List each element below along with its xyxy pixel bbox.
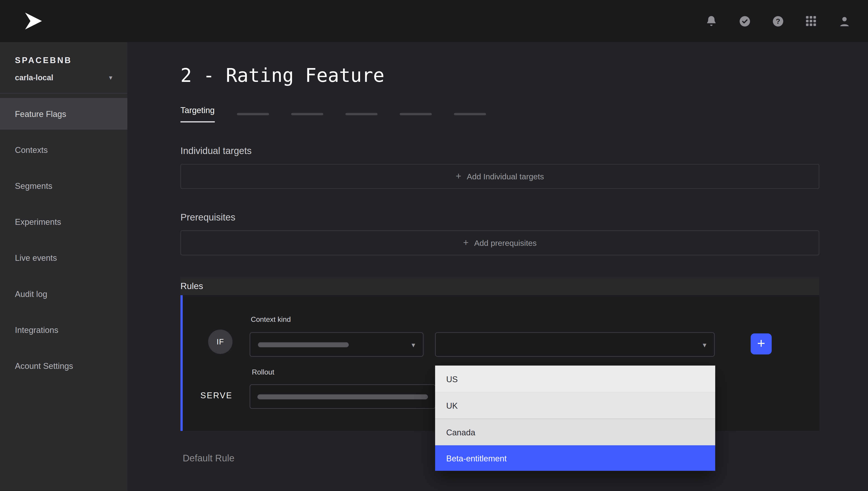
context-kind-select[interactable]: ▾ [250, 332, 423, 357]
rollout-select[interactable] [250, 384, 436, 409]
sidebar-item-contexts[interactable]: Contexts [0, 134, 127, 166]
add-individual-targets-label: Add Individual targets [467, 172, 544, 181]
select-value-placeholder [257, 394, 428, 399]
sidebar: SPACEBNB carla-local ▾ Feature Flags Con… [0, 42, 127, 491]
plus-icon: + [463, 237, 469, 248]
sidebar-item-feature-flags[interactable]: Feature Flags [0, 98, 127, 129]
topbar: ? [0, 0, 868, 42]
app-logo[interactable] [22, 10, 44, 32]
project-name: SPACEBNB [15, 55, 112, 65]
individual-targets-heading: Individual targets [180, 146, 868, 157]
tab-bar: Targeting [180, 105, 868, 122]
chevron-down-icon: ▾ [412, 341, 415, 348]
status-button[interactable] [737, 14, 752, 28]
select-value-placeholder [258, 342, 349, 347]
serve-label: SERVE [200, 391, 232, 400]
attribute-dropdown-menu: US UK Canada Beta-entitlement [435, 366, 715, 471]
sidebar-nav: Feature Flags Contexts Segments Experime… [0, 98, 127, 381]
page-title: 2 - Rating Feature [180, 42, 868, 86]
context-kind-label: Context kind [251, 315, 291, 323]
topbar-icons: ? [704, 14, 851, 28]
rule-card: IF Context kind ▾ ▾ + Rollout SERVE US U… [180, 295, 819, 431]
user-icon [837, 14, 851, 28]
prerequisites-heading: Prerequisites [180, 212, 868, 223]
account-button[interactable] [837, 14, 851, 28]
tab-skeleton [237, 113, 269, 115]
sidebar-item-audit-log[interactable]: Audit log [0, 278, 127, 310]
dropdown-option-canada[interactable]: Canada [435, 418, 715, 445]
notifications-button[interactable] [704, 14, 719, 28]
svg-text:?: ? [776, 17, 780, 25]
tab-targeting[interactable]: Targeting [180, 105, 215, 122]
if-badge: IF [208, 329, 232, 354]
rules-heading: Rules [180, 281, 203, 291]
rollout-label: Rollout [252, 368, 274, 376]
dropdown-option-us[interactable]: US [435, 366, 715, 392]
app-window: ? SPACEBNB carla-local [0, 0, 868, 491]
plus-icon: + [757, 336, 765, 350]
add-prerequisites-button[interactable]: + Add prerequisites [180, 230, 819, 255]
help-button[interactable]: ? [771, 14, 785, 28]
main-content: 2 - Rating Feature Targeting Individual … [127, 42, 868, 491]
sidebar-item-live-events[interactable]: Live events [0, 242, 127, 273]
dropdown-option-beta-entitlement[interactable]: Beta-entitlement [435, 445, 715, 471]
tab-skeleton [454, 113, 486, 115]
tab-skeleton [399, 113, 432, 115]
sidebar-item-integrations[interactable]: Integrations [0, 314, 127, 346]
project-block: SPACEBNB carla-local ▾ [0, 42, 127, 94]
help-circle-icon: ? [771, 14, 784, 28]
plus-icon: + [456, 171, 461, 182]
badge-check-icon [738, 14, 751, 28]
apps-button[interactable] [804, 14, 818, 28]
tab-skeleton [291, 113, 323, 115]
tab-skeleton [345, 113, 377, 115]
apps-grid-icon [804, 15, 817, 28]
chevron-down-icon: ▾ [109, 74, 112, 81]
launch-arrow-logo-icon [23, 11, 43, 31]
rules-heading-bar: Rules [180, 277, 819, 295]
attribute-select[interactable]: ▾ [435, 332, 715, 357]
add-individual-targets-button[interactable]: + Add Individual targets [180, 164, 819, 189]
dropdown-option-uk[interactable]: UK [435, 392, 715, 419]
environment-name: carla-local [15, 73, 53, 82]
sidebar-item-account-settings[interactable]: Acount Settings [0, 350, 127, 382]
chevron-down-icon: ▾ [703, 341, 706, 348]
bell-icon [705, 15, 718, 28]
sidebar-item-segments[interactable]: Segments [0, 170, 127, 202]
add-prerequisites-label: Add prerequisites [474, 238, 537, 247]
sidebar-item-experiments[interactable]: Experiments [0, 206, 127, 238]
environment-selector[interactable]: carla-local ▾ [15, 73, 112, 82]
add-clause-button[interactable]: + [751, 334, 772, 354]
